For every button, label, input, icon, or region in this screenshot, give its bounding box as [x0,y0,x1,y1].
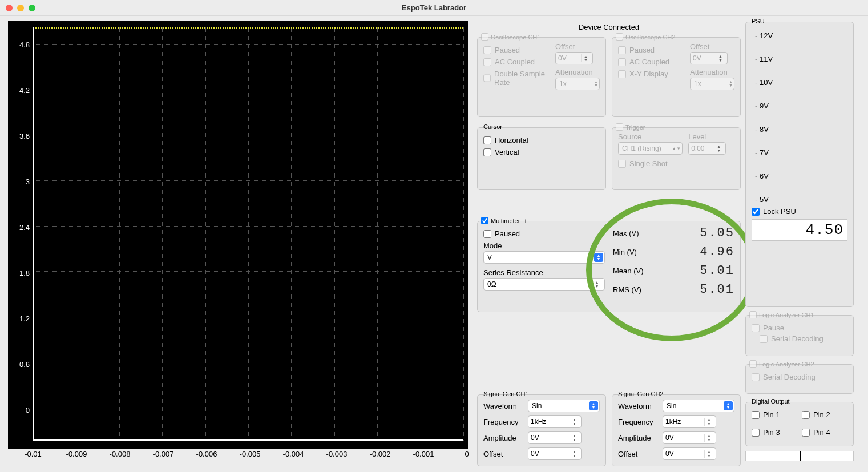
window-title: EspoTek Labrador [0,3,868,12]
y-tick-label: 3.6 [19,132,30,140]
x-tick-label: -0.002 [370,450,391,458]
sg2-freq-label: Frequency [618,418,663,426]
siggen2-title: Signal Gen CH2 [617,390,665,397]
sg1-amp[interactable]: ▲▼ [528,431,582,444]
mm-mean-label: Mean (V) [613,267,659,275]
dout-pin3[interactable]: Pin 3 [752,428,797,437]
cursor-title: Cursor [482,123,503,130]
sg1-off-label: Offset [483,450,528,458]
multimeter-mode-label: Mode [483,241,605,250]
osc-ch1-atten[interactable]: 1x▲▼ [555,78,600,90]
dout-pin4[interactable]: Pin 4 [802,428,847,437]
osc-ch1-offset-label: Offset [555,42,600,51]
trigger-level-label: Level [688,132,734,141]
y-tick-label: 3 [26,177,30,186]
x-tick-label: -0.001 [413,450,434,458]
la2-serial[interactable]: Serial Decoding [752,373,847,381]
device-status: Device Connected [477,23,741,31]
cursor-horizontal[interactable]: Horizontal [483,136,600,144]
x-tick-label: -0.009 [66,450,87,458]
sg2-amp[interactable]: ▲▼ [663,431,716,444]
osc-ch1-ac[interactable]: AC Coupled [483,58,551,66]
trigger-enable[interactable]: Trigger [616,123,645,131]
osc-ch1-paused[interactable]: Paused [483,46,551,54]
mm-max-label: Max (V) [613,229,659,237]
osc-ch2-paused[interactable]: Paused [618,46,685,54]
groupbox-osc-ch1: Oscilloscope CH1 Paused AC Coupled Doubl… [477,37,606,117]
mm-rms-label: RMS (V) [613,285,659,294]
trigger-single-shot[interactable]: Single Shot [618,159,683,168]
y-tick-label: 2.4 [19,223,30,232]
osc-ch1-atten-label: Attenuation [555,68,600,76]
osc-ch2-atten-label: Attenuation [690,68,734,76]
multimeter-paused[interactable]: Paused [483,229,605,238]
osc-ch1-dsr[interactable]: Double Sample Rate [483,70,551,87]
multimeter-series-label: Series Resistance [483,268,605,277]
la2-enable[interactable]: Logic Analyzer CH2 [749,360,814,368]
sg1-waveform-label: Waveform [483,402,528,410]
osc-ch2-atten[interactable]: 1x▲▼ [690,78,734,90]
groupbox-psu: PSU 12V 11V 10V 9V 8V 7V 6V 5V Lock PSU … [745,22,854,307]
y-tick-label: 1.8 [19,269,30,277]
psu-lock[interactable]: Lock PSU [752,207,847,216]
la1-pause[interactable]: Pause [752,324,847,332]
sg2-off-label: Offset [618,450,663,458]
dout-title: Digital Output [750,398,791,405]
groupbox-trigger: Trigger Source CH1 (Rising)▲▼ Single Sho… [612,127,741,190]
dout-pin2[interactable]: Pin 2 [802,410,847,419]
multimeter-mode[interactable]: V▲▼ [483,251,605,264]
trigger-source[interactable]: CH1 (Rising)▲▼ [618,142,683,155]
la1-serial[interactable]: Serial Decoding [760,334,847,343]
multimeter-series[interactable]: 0Ω▲▼ [483,278,605,291]
titlebar: EspoTek Labrador [0,0,868,16]
osc-ch2-enable[interactable]: Oscilloscope CH2 [616,33,675,41]
mm-rms-value: 5.01 [659,283,734,297]
siggen1-title: Signal Gen CH1 [482,390,530,397]
x-tick-label: -0.01 [25,450,42,458]
trigger-level[interactable]: ▲▼ [688,142,726,155]
x-tick-label: -0.004 [283,450,304,458]
groupbox-digital-output: Digital Output Pin 1 Pin 2 Pin 3 Pin 4 [745,402,854,446]
mm-min-value: 4.96 [659,245,734,259]
y-tick-label: 0 [26,406,30,414]
sg2-amp-label: Amplitude [618,434,663,442]
y-tick-label: 1.2 [19,314,30,323]
osc-ch2-offset-label: Offset [690,42,734,51]
groupbox-siggen2: Signal Gen CH2 Waveform Sin▲▼ Frequency … [612,394,741,466]
sg1-freq-label: Frequency [483,418,528,426]
sg1-off[interactable]: ▲▼ [528,447,582,460]
x-tick-label: -0.005 [240,450,261,458]
cursor-vertical[interactable]: Vertical [483,148,600,156]
groupbox-la1: Logic Analyzer CH1 Pause Serial Decoding [745,315,854,356]
x-tick-label: -0.008 [110,450,131,458]
mm-min-label: Min (V) [613,248,659,256]
osc-ch1-enable[interactable]: Oscilloscope CH1 [481,33,540,41]
osc-ch2-ac[interactable]: AC Coupled [618,58,685,66]
trigger-source-label: Source [618,132,683,141]
groupbox-cursor: Cursor Horizontal Vertical [477,127,606,190]
mm-max-value: 5.05 [659,226,734,240]
la1-enable[interactable]: Logic Analyzer CH1 [749,311,814,318]
sg2-waveform[interactable]: Sin▲▼ [663,400,734,412]
psu-scale[interactable]: 12V 11V 10V 9V 8V 7V 6V 5V [755,31,847,204]
groupbox-siggen1: Signal Gen CH1 Waveform Sin▲▼ Frequency … [477,394,606,466]
x-tick-label: -0.006 [196,450,217,458]
sg2-waveform-label: Waveform [618,402,663,410]
osc-ch2-xy[interactable]: X-Y Display [618,70,685,78]
x-tick-label: -0.003 [326,450,348,458]
osc-ch2-offset[interactable]: ▲▼ [690,52,728,64]
groupbox-osc-ch2: Oscilloscope CH2 Paused AC Coupled X-Y D… [612,37,741,117]
multimeter-enable[interactable]: Multimeter++ [481,217,527,224]
dout-pin1[interactable]: Pin 1 [752,410,797,419]
oscilloscope-plot[interactable]: 4.8 4.2 3.6 3 2.4 1.8 1.2 0.6 0 [8,21,468,449]
y-tick-label: 4.2 [19,86,30,95]
osc-ch1-offset[interactable]: ▲▼ [555,52,593,64]
sg2-off[interactable]: ▲▼ [663,447,716,460]
psu-title: PSU [750,18,766,25]
psu-value: 4.50 [752,219,847,241]
sg1-waveform[interactable]: Sin▲▼ [528,400,600,412]
sg2-freq[interactable]: ▲▼ [663,415,716,428]
multimeter-readout: Max (V)5.05 Min (V)4.96 Mean (V)5.01 RMS… [613,226,734,297]
sg1-freq[interactable]: ▲▼ [528,415,582,428]
digital-output-slider[interactable] [745,451,854,461]
